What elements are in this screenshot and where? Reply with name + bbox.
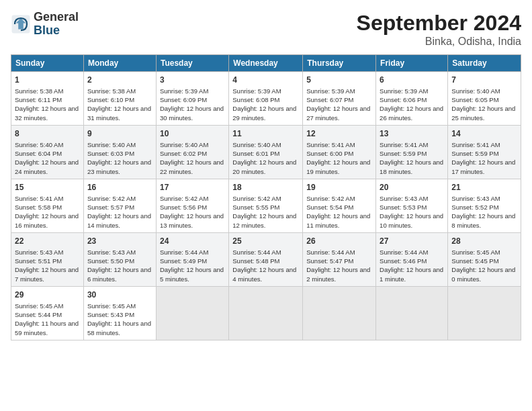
day-29: 29 Sunrise: 5:45 AMSunset: 5:44 PMDaylig… xyxy=(11,286,84,340)
col-wednesday: Wednesday xyxy=(229,55,303,72)
col-monday: Monday xyxy=(83,55,156,72)
empty-cell-4 xyxy=(376,286,448,340)
col-friday: Friday xyxy=(376,55,448,72)
logo-icon xyxy=(11,14,31,34)
table-row: 15 Sunrise: 5:41 AMSunset: 5:58 PMDaylig… xyxy=(11,179,521,232)
day-14: 14 Sunrise: 5:41 AMSunset: 5:59 PMDaylig… xyxy=(448,125,521,179)
day-3: 3 Sunrise: 5:39 AMSunset: 6:09 PMDayligh… xyxy=(156,72,228,126)
col-sunday: Sunday xyxy=(11,55,84,72)
logo-general: General xyxy=(34,10,79,24)
day-22: 22 Sunrise: 5:43 AMSunset: 5:51 PMDaylig… xyxy=(11,232,84,286)
day-20: 20 Sunrise: 5:43 AMSunset: 5:53 PMDaylig… xyxy=(376,179,448,232)
col-thursday: Thursday xyxy=(303,55,376,72)
calendar-table: Sunday Monday Tuesday Wednesday Thursday… xyxy=(11,54,521,340)
day-7: 7 Sunrise: 5:40 AMSunset: 6:05 PMDayligh… xyxy=(448,72,521,126)
col-saturday: Saturday xyxy=(448,55,521,72)
day-30: 30 Sunrise: 5:45 AMSunset: 5:43 PMDaylig… xyxy=(83,286,156,340)
table-row: 29 Sunrise: 5:45 AMSunset: 5:44 PMDaylig… xyxy=(11,286,521,340)
day-21: 21 Sunrise: 5:43 AMSunset: 5:52 PMDaylig… xyxy=(448,179,521,232)
day-16: 16 Sunrise: 5:42 AMSunset: 5:57 PMDaylig… xyxy=(83,179,156,232)
day-4: 4 Sunrise: 5:39 AMSunset: 6:08 PMDayligh… xyxy=(229,72,303,126)
header: General Blue September 2024 Binka, Odish… xyxy=(11,11,521,48)
logo-blue: Blue xyxy=(34,24,60,37)
day-25: 25 Sunrise: 5:44 AMSunset: 5:48 PMDaylig… xyxy=(229,232,303,286)
table-row: 1 Sunrise: 5:38 AMSunset: 6:11 PMDayligh… xyxy=(11,72,521,126)
logo: General Blue xyxy=(11,11,79,38)
day-12: 12 Sunrise: 5:41 AMSunset: 6:00 PMDaylig… xyxy=(303,125,376,179)
day-6: 6 Sunrise: 5:39 AMSunset: 6:06 PMDayligh… xyxy=(376,72,448,126)
empty-cell-1 xyxy=(156,286,228,340)
day-11: 11 Sunrise: 5:40 AMSunset: 6:01 PMDaylig… xyxy=(229,125,303,179)
month-title: September 2024 xyxy=(357,11,521,36)
day-17: 17 Sunrise: 5:42 AMSunset: 5:56 PMDaylig… xyxy=(156,179,228,232)
col-tuesday: Tuesday xyxy=(156,55,228,72)
day-18: 18 Sunrise: 5:42 AMSunset: 5:55 PMDaylig… xyxy=(229,179,303,232)
location: Binka, Odisha, India xyxy=(357,36,521,48)
day-24: 24 Sunrise: 5:44 AMSunset: 5:49 PMDaylig… xyxy=(156,232,228,286)
day-26: 26 Sunrise: 5:44 AMSunset: 5:47 PMDaylig… xyxy=(303,232,376,286)
day-9: 9 Sunrise: 5:40 AMSunset: 6:03 PMDayligh… xyxy=(83,125,156,179)
table-row: 22 Sunrise: 5:43 AMSunset: 5:51 PMDaylig… xyxy=(11,232,521,286)
day-1: 1 Sunrise: 5:38 AMSunset: 6:11 PMDayligh… xyxy=(11,72,84,126)
day-2: 2 Sunrise: 5:38 AMSunset: 6:10 PMDayligh… xyxy=(83,72,156,126)
day-27: 27 Sunrise: 5:44 AMSunset: 5:46 PMDaylig… xyxy=(376,232,448,286)
day-13: 13 Sunrise: 5:41 AMSunset: 5:59 PMDaylig… xyxy=(376,125,448,179)
title-block: September 2024 Binka, Odisha, India xyxy=(357,11,521,48)
day-15: 15 Sunrise: 5:41 AMSunset: 5:58 PMDaylig… xyxy=(11,179,84,232)
day-10: 10 Sunrise: 5:40 AMSunset: 6:02 PMDaylig… xyxy=(156,125,228,179)
empty-cell-3 xyxy=(303,286,376,340)
day-28: 28 Sunrise: 5:45 AMSunset: 5:45 PMDaylig… xyxy=(448,232,521,286)
day-8: 8 Sunrise: 5:40 AMSunset: 6:04 PMDayligh… xyxy=(11,125,84,179)
table-row: 8 Sunrise: 5:40 AMSunset: 6:04 PMDayligh… xyxy=(11,125,521,179)
empty-cell-5 xyxy=(448,286,521,340)
page: General Blue September 2024 Binka, Odish… xyxy=(0,0,532,411)
day-19: 19 Sunrise: 5:42 AMSunset: 5:54 PMDaylig… xyxy=(303,179,376,232)
empty-cell-2 xyxy=(229,286,303,340)
day-23: 23 Sunrise: 5:43 AMSunset: 5:50 PMDaylig… xyxy=(83,232,156,286)
day-5: 5 Sunrise: 5:39 AMSunset: 6:07 PMDayligh… xyxy=(303,72,376,126)
